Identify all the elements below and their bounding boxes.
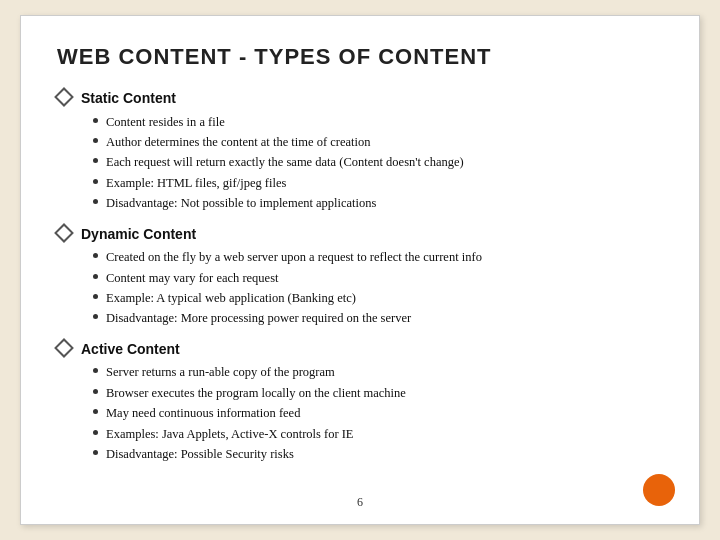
sub-bullet-icon: [93, 389, 98, 394]
diamond-bullet-static: [54, 87, 74, 107]
bullet-text: Disadvantage: Possible Security risks: [106, 445, 294, 464]
sub-bullet-icon: [93, 450, 98, 455]
list-item: Content may vary for each request: [93, 269, 663, 288]
bullet-text: Example: HTML files, gif/jpeg files: [106, 174, 286, 193]
orange-circle-decoration: [643, 474, 675, 506]
section-active-header: Active Content: [57, 339, 663, 361]
list-item: Author determines the content at the tim…: [93, 133, 663, 152]
sub-bullet-icon: [93, 199, 98, 204]
sub-bullet-icon: [93, 409, 98, 414]
bullet-text: Server returns a run-able copy of the pr…: [106, 363, 335, 382]
sub-bullet-icon: [93, 294, 98, 299]
sub-bullet-icon: [93, 118, 98, 123]
list-item: Disadvantage: Possible Security risks: [93, 445, 663, 464]
section-dynamic-header: Dynamic Content: [57, 224, 663, 246]
list-item: May need continuous information feed: [93, 404, 663, 423]
section-active: Active Content Server returns a run-able…: [57, 339, 663, 465]
list-item: Created on the fly by a web server upon …: [93, 248, 663, 267]
diamond-bullet-dynamic: [54, 223, 74, 243]
list-item: Server returns a run-able copy of the pr…: [93, 363, 663, 382]
sub-bullet-icon: [93, 253, 98, 258]
bullet-text: Disadvantage: More processing power requ…: [106, 309, 411, 328]
sub-bullet-icon: [93, 314, 98, 319]
list-item: Browser executes the program locally on …: [93, 384, 663, 403]
slide: WEB CONTENT - TYPES OF CONTENT Static Co…: [20, 15, 700, 525]
sub-bullet-icon: [93, 138, 98, 143]
bullet-text: Author determines the content at the tim…: [106, 133, 371, 152]
dynamic-bullet-list: Created on the fly by a web server upon …: [93, 248, 663, 329]
list-item: Each request will return exactly the sam…: [93, 153, 663, 172]
sub-bullet-icon: [93, 179, 98, 184]
section-static: Static Content Content resides in a file…: [57, 88, 663, 214]
section-active-title: Active Content: [81, 339, 180, 361]
list-item: Example: HTML files, gif/jpeg files: [93, 174, 663, 193]
bullet-text: Examples: Java Applets, Active-X control…: [106, 425, 354, 444]
active-bullet-list: Server returns a run-able copy of the pr…: [93, 363, 663, 464]
sub-bullet-icon: [93, 430, 98, 435]
sub-bullet-icon: [93, 368, 98, 373]
static-bullet-list: Content resides in a file Author determi…: [93, 113, 663, 214]
diamond-bullet-active: [54, 338, 74, 358]
bullet-text: Created on the fly by a web server upon …: [106, 248, 482, 267]
bullet-text: Disadvantage: Not possible to implement …: [106, 194, 376, 213]
bullet-text: May need continuous information feed: [106, 404, 300, 423]
bullet-text: Example: A typical web application (Bank…: [106, 289, 356, 308]
bullet-text: Each request will return exactly the sam…: [106, 153, 464, 172]
bullet-text: Content may vary for each request: [106, 269, 279, 288]
page-number: 6: [357, 495, 363, 510]
section-dynamic: Dynamic Content Created on the fly by a …: [57, 224, 663, 329]
list-item: Content resides in a file: [93, 113, 663, 132]
slide-title: WEB CONTENT - TYPES OF CONTENT: [57, 44, 663, 70]
list-item: Example: A typical web application (Bank…: [93, 289, 663, 308]
list-item: Disadvantage: Not possible to implement …: [93, 194, 663, 213]
bullet-text: Content resides in a file: [106, 113, 225, 132]
list-item: Disadvantage: More processing power requ…: [93, 309, 663, 328]
section-static-title: Static Content: [81, 88, 176, 110]
section-static-header: Static Content: [57, 88, 663, 110]
sub-bullet-icon: [93, 274, 98, 279]
bullet-text: Browser executes the program locally on …: [106, 384, 406, 403]
content-area: Static Content Content resides in a file…: [57, 88, 663, 464]
sub-bullet-icon: [93, 158, 98, 163]
section-dynamic-title: Dynamic Content: [81, 224, 196, 246]
list-item: Examples: Java Applets, Active-X control…: [93, 425, 663, 444]
